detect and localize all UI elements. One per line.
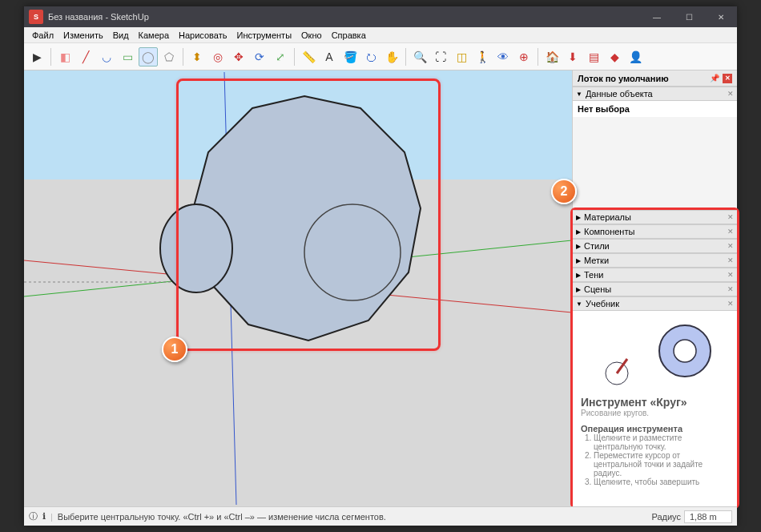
panel-header-сцены[interactable]: Сцены✕ (573, 282, 737, 296)
panel-list: Материалы✕Компоненты✕Стили✕Метки✕Тени✕Сц… (573, 210, 737, 311)
panel-close-icon[interactable]: ✕ (727, 242, 734, 250)
minimize-button[interactable]: ― (641, 6, 673, 27)
tutor-title: Инструмент «Круг» (581, 396, 729, 409)
user-icon[interactable]: 👤 (626, 47, 645, 66)
window-title: Без названия - SketchUp (48, 12, 641, 22)
panel-close-icon[interactable]: ✕ (727, 285, 734, 293)
tutor-step: Щелкните и разместите центральную точку. (594, 433, 729, 451)
maximize-button[interactable]: ☐ (673, 6, 705, 27)
menu-window[interactable]: Окно (296, 29, 327, 42)
close-button[interactable]: ✕ (705, 6, 737, 27)
tray: Лоток по умолчанию 📌 ✕ Данные объекта✕ Н… (572, 71, 737, 506)
panel-close-icon[interactable]: ✕ (727, 271, 734, 279)
look-icon[interactable]: 👁 (493, 47, 513, 66)
circle-icon[interactable]: ◯ (139, 47, 158, 66)
panel-entity-info-header[interactable]: Данные объекта✕ (573, 87, 737, 101)
ext-icon[interactable]: ⬇ (563, 47, 582, 66)
annotation-marker-2: 2 (551, 179, 577, 204)
scale-icon[interactable]: ⤢ (271, 47, 290, 66)
tray-header: Лоток по умолчанию 📌 ✕ (573, 71, 737, 87)
move-icon[interactable]: ✥ (229, 47, 248, 66)
line-icon[interactable]: ╱ (76, 47, 95, 66)
panel-header-тени[interactable]: Тени✕ (573, 268, 737, 282)
menu-edit[interactable]: Изменить (58, 29, 108, 42)
panel-close-icon[interactable]: ✕ (727, 300, 734, 308)
menu-view[interactable]: Вид (108, 29, 134, 42)
panel-header-стили[interactable]: Стили✕ (573, 239, 737, 253)
annotation-box-2-wrap: Материалы✕Компоненты✕Стили✕Метки✕Тени✕Сц… (570, 208, 739, 509)
zoom-icon[interactable]: 🔍 (410, 47, 429, 66)
panel-close-icon[interactable]: ✕ (727, 90, 734, 98)
menu-file[interactable]: Файл (27, 29, 58, 42)
panel-close-icon[interactable]: ✕ (727, 256, 734, 264)
paint-icon[interactable]: 🪣 (340, 47, 360, 66)
panel-header-метки[interactable]: Метки✕ (573, 253, 737, 268)
position-icon[interactable]: ⊕ (514, 47, 534, 66)
panel-header-компоненты[interactable]: Компоненты✕ (573, 224, 737, 239)
pushpull-icon[interactable]: ⬍ (187, 47, 207, 66)
app-window: S Без названия - SketchUp ― ☐ ✕ Файл Изм… (24, 6, 737, 526)
status-label: Радиус (651, 512, 681, 522)
titlebar: S Без названия - SketchUp ― ☐ ✕ (24, 6, 737, 27)
tutor-step: Переместите курсор от центральной точки … (594, 451, 729, 478)
text-icon[interactable]: A (320, 47, 339, 66)
annotation-marker-1: 1 (162, 337, 187, 362)
status-value[interactable]: 1,88 m (684, 510, 732, 523)
status-hint: Выберите центральную точку. «Ctrl +» и «… (58, 512, 386, 522)
panel-entity-info-title: Данные объекта (586, 89, 653, 99)
panel-close-icon[interactable]: ✕ (727, 213, 734, 221)
polygon-icon[interactable]: ⬠ (159, 47, 179, 66)
tutor-op-title: Операция инструмента (581, 424, 729, 433)
help-icon[interactable]: ⓘ (29, 510, 38, 522)
menu-help[interactable]: Справка (327, 29, 371, 42)
arc-icon[interactable]: ◡ (97, 47, 116, 66)
section-icon[interactable]: ◫ (452, 47, 471, 66)
menu-camera[interactable]: Камера (134, 29, 174, 42)
content-area: 1 Лоток по умолчанию 📌 ✕ Данные объекта✕… (24, 71, 737, 506)
tray-pin-icon[interactable]: 📌 (710, 74, 719, 83)
svg-point-8 (674, 340, 696, 362)
panel-header-учебник[interactable]: Учебник✕ (573, 296, 737, 311)
rect-icon[interactable]: ▭ (118, 47, 137, 66)
app-icon: S (29, 10, 43, 24)
select-icon[interactable]: ▶ (27, 47, 46, 66)
tray-title: Лоток по умолчанию (578, 74, 669, 83)
statusbar: ⓘ ℹ | Выберите центральную точку. «Ctrl … (24, 506, 737, 526)
zoom-ext-icon[interactable]: ⛶ (431, 47, 450, 66)
tutor-illustration (581, 319, 725, 391)
svg-point-5 (160, 204, 232, 292)
orbit-icon[interactable]: ⭮ (361, 47, 380, 66)
info-icon[interactable]: ℹ (42, 511, 46, 522)
scene-svg (24, 71, 572, 506)
toolbar: ▶◧╱◡▭◯⬠⬍◎✥⟳⤢📏A🪣⭮✋🔍⛶◫🚶👁⊕🏠⬇▤◆👤 (24, 43, 737, 71)
menu-draw[interactable]: Нарисовать (174, 29, 232, 42)
tutor-panel: Инструмент «Круг» Рисование кругов. Опер… (573, 311, 737, 506)
tutor-steps: Щелкните и разместите центральную точку.… (594, 433, 729, 486)
pan-icon[interactable]: ✋ (382, 47, 401, 66)
layers-icon[interactable]: ▤ (584, 47, 603, 66)
warehouse-icon[interactable]: 🏠 (542, 47, 562, 66)
eraser-icon[interactable]: ◧ (55, 47, 74, 66)
tray-close-icon[interactable]: ✕ (723, 74, 732, 83)
tutor-subtitle: Рисование кругов. (581, 409, 729, 417)
tray-spacer (573, 117, 737, 210)
rotate-icon[interactable]: ⟳ (250, 47, 269, 66)
ruby-icon[interactable]: ◆ (605, 47, 624, 66)
tutor-step: Щелкните, чтобы завершить (594, 478, 729, 486)
walk-icon[interactable]: 🚶 (473, 47, 492, 66)
panel-header-материалы[interactable]: Материалы✕ (573, 210, 737, 224)
panel-entity-info-body: Нет выбора (573, 101, 737, 117)
viewport[interactable]: 1 (24, 71, 572, 506)
menubar: Файл Изменить Вид Камера Нарисовать Инст… (24, 27, 737, 43)
offset-icon[interactable]: ◎ (208, 47, 227, 66)
tape-icon[interactable]: 📏 (299, 47, 318, 66)
menu-tools[interactable]: Инструменты (232, 29, 296, 42)
panel-close-icon[interactable]: ✕ (727, 228, 734, 236)
